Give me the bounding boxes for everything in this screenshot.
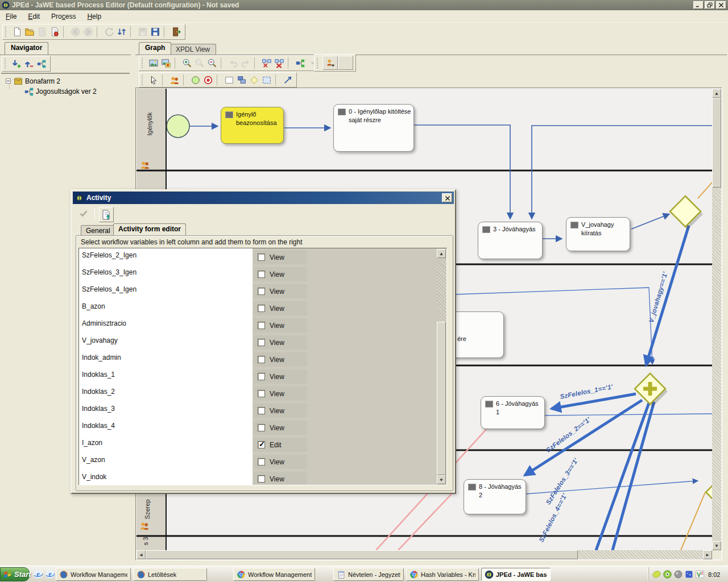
transition-arrow-button[interactable]	[282, 74, 294, 86]
image-overlay-button[interactable]	[160, 57, 172, 69]
dialog-titlebar[interactable]: Activity	[73, 192, 454, 204]
tree-expander-icon[interactable]	[6, 78, 11, 84]
start-event[interactable]	[167, 115, 189, 138]
variable-name[interactable]: Indoklas_4	[82, 422, 115, 430]
activity-jovahagyas-3[interactable]: 3 - Jóváhagyás	[478, 222, 543, 259]
variable-name[interactable]: V_indok	[82, 473, 106, 481]
close-button[interactable]	[716, 1, 726, 9]
variable-checkbox[interactable]	[258, 322, 265, 329]
zoom-actual-button[interactable]	[193, 57, 206, 69]
restore-button[interactable]	[705, 1, 715, 9]
dialog-scrollbar[interactable]: ▲ ▼	[437, 249, 446, 484]
nav-forward-button[interactable]	[82, 26, 94, 38]
menu-file[interactable]: File	[0, 11, 22, 22]
dialog-scroll-down[interactable]: ▼	[437, 475, 446, 484]
route-diamond-button[interactable]	[248, 74, 260, 86]
route-gateway[interactable]	[670, 196, 701, 227]
variable-name[interactable]: SzFelelos_2_Igen	[82, 251, 136, 259]
scroll-right-button[interactable]: ►	[703, 550, 712, 559]
activity-igenylolap-kitoltese[interactable]: 0 - Igénylőlap kitöltése saját részre	[333, 104, 414, 152]
quick-launch-icon[interactable]: e	[45, 569, 56, 580]
delete-transition-button[interactable]	[273, 57, 286, 69]
tray-v2-icon[interactable]: V2	[695, 569, 705, 579]
start-button[interactable]: Start	[0, 567, 30, 581]
cursor-button[interactable]	[147, 74, 160, 86]
participants-button[interactable]	[168, 74, 181, 86]
save-disk-button[interactable]	[149, 26, 162, 38]
menu-process[interactable]: Process	[46, 11, 81, 22]
tab-activity-form-editor[interactable]: Activity form editor	[113, 223, 186, 235]
taskbar-button[interactable]: Workflow Management C...	[233, 568, 315, 581]
variable-name[interactable]: V_jovahagy	[82, 336, 118, 344]
variable-checkbox[interactable]	[258, 356, 265, 363]
tab-graph[interactable]: Graph	[139, 42, 171, 55]
activity-jovahagyas-8[interactable]: 8 - Jóváhagyás 2	[464, 479, 526, 514]
variable-name[interactable]: I_azon	[82, 439, 102, 447]
page-red-button[interactable]	[48, 26, 61, 38]
image-button[interactable]	[147, 57, 160, 69]
tree-item-package[interactable]: Bonafarm 2	[6, 76, 60, 86]
blank-button[interactable]	[338, 56, 353, 70]
taskbar-button[interactable]: Névtelen - Jegyzettömb	[333, 568, 404, 581]
activity-igenylo-beazonositasa[interactable]: Igénylő beazonosítása	[221, 107, 284, 144]
arrow-down-plus-button[interactable]	[10, 57, 23, 70]
minimize-button[interactable]	[693, 1, 704, 9]
updown-arrows-button[interactable]	[115, 26, 128, 38]
variable-checkbox[interactable]	[258, 475, 265, 483]
exit-door-button[interactable]	[170, 26, 183, 38]
variable-checkbox[interactable]	[258, 424, 265, 431]
taskbar-button[interactable]: Hash Variables - Knowled...	[406, 568, 479, 581]
dialog-scroll-thumb[interactable]	[437, 322, 446, 475]
activity-square-button[interactable]	[223, 74, 235, 86]
tray-sphere-icon[interactable]	[673, 569, 683, 579]
block-activity-button[interactable]	[235, 74, 248, 86]
variable-checkbox[interactable]	[258, 288, 265, 295]
scroll-up-button[interactable]: ▲	[712, 89, 721, 98]
end-circle-button[interactable]	[202, 74, 214, 86]
node-green-button[interactable]	[294, 57, 307, 69]
variable-name[interactable]: Indoklas_3	[82, 405, 115, 413]
variable-checkbox[interactable]	[258, 458, 265, 465]
arrow-up-minus-button[interactable]	[23, 57, 35, 70]
variable-name[interactable]: Indoklas_1	[82, 371, 115, 379]
activity-vjovahagy-kiiratas[interactable]: V_jovahagy kiíratás	[566, 217, 630, 251]
cut-transition-button[interactable]	[260, 57, 273, 69]
taskbar-button[interactable]: Letöltések	[133, 568, 207, 581]
process-node-button[interactable]	[35, 57, 48, 70]
variable-checkbox[interactable]	[258, 271, 265, 278]
redo-button[interactable]	[239, 57, 252, 69]
save-disk-gray-button[interactable]	[136, 26, 149, 38]
zoom-in-button[interactable]	[181, 57, 193, 69]
variable-name[interactable]: SzFelelos_3_Igen	[82, 268, 136, 276]
window-titlebar[interactable]: JPEd - JaWE based Process Editor (Defaul…	[0, 0, 728, 10]
nav-back-button[interactable]	[69, 26, 82, 38]
quick-launch-icon[interactable]: e	[33, 569, 44, 580]
tab-general[interactable]: General	[81, 225, 115, 235]
variable-checkbox[interactable]	[258, 441, 265, 448]
start-circle-button[interactable]	[189, 74, 202, 86]
zoom-out-button[interactable]	[206, 57, 218, 69]
taskbar-button[interactable]: Workflow Management C...	[56, 568, 131, 581]
tab-xpdl-view[interactable]: XPDL View	[169, 44, 216, 55]
refresh-button[interactable]	[103, 26, 115, 38]
dialog-scroll-up[interactable]: ▲	[437, 249, 446, 258]
taskbar-button[interactable]: JPEd - JaWE based Pr...	[481, 568, 551, 581]
menu-edit[interactable]: Edit	[22, 11, 46, 22]
variable-checkbox[interactable]	[258, 407, 265, 414]
scroll-left-button[interactable]: ◄	[136, 550, 146, 559]
variable-name[interactable]: SzFelelos_4_Igen	[82, 285, 136, 293]
tray-green-icon[interactable]	[663, 569, 672, 579]
tree-item-process[interactable]: Jogosultságok ver 2	[24, 86, 97, 96]
variable-checkbox[interactable]	[258, 305, 265, 312]
subflow-button[interactable]	[260, 74, 273, 86]
tab-navigator[interactable]: Navigator	[5, 42, 48, 55]
variable-checkbox[interactable]	[258, 339, 265, 346]
activity-partial[interactable]: ére	[448, 311, 504, 358]
form-upload-button[interactable]	[99, 207, 114, 222]
tray-blue-icon[interactable]	[684, 569, 694, 579]
variable-name[interactable]: Adminisztracio	[82, 319, 126, 327]
vertical-scroll-thumb[interactable]	[712, 98, 721, 188]
open-folder-button[interactable]	[23, 26, 36, 38]
variable-checkbox[interactable]	[258, 373, 265, 380]
variable-name[interactable]: V_azon	[82, 456, 105, 464]
